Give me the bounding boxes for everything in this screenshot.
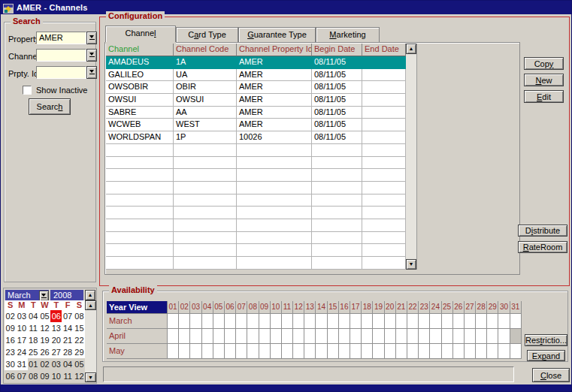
table-row-empty[interactable] [106,182,406,194]
calendar-scrollbar-track[interactable] [85,310,96,372]
calendar-day[interactable]: 01 [28,358,39,370]
calendar-day[interactable]: 08 [28,370,39,382]
table-row[interactable]: WCWEBWESTAMER08/11/05 [106,119,406,131]
availability-cell[interactable] [362,329,373,344]
close-button[interactable]: Close [532,368,570,382]
availability-cell[interactable] [304,329,316,344]
grid-vertical-scrollbar[interactable]: ▲ ▼ [406,44,416,270]
availability-cell[interactable] [350,314,362,329]
availability-cell[interactable] [247,344,259,359]
search-button[interactable]: Search [29,98,71,115]
scroll-down-icon[interactable]: ▼ [406,259,416,270]
calendar-day[interactable]: 03 [50,358,62,370]
calendar-day[interactable]: 08 [74,310,85,322]
availability-cell[interactable] [396,329,407,344]
calendar-day[interactable]: 03 [16,310,27,322]
calendar-day[interactable]: 24 [16,346,27,358]
availability-cell[interactable] [213,314,225,329]
availability-cell[interactable] [202,329,213,344]
availability-cell[interactable] [510,314,522,329]
availability-cell[interactable] [179,344,190,359]
availability-cell[interactable] [236,314,247,329]
calendar-year-spinner-up-icon[interactable]: ▲ [85,290,95,300]
availability-cell[interactable] [350,344,362,359]
new-button[interactable]: New [524,74,564,86]
availability-cell[interactable] [179,314,190,329]
availability-cell[interactable] [373,344,384,359]
availability-cell[interactable] [225,329,236,344]
availability-cell[interactable] [498,344,510,359]
availability-cell[interactable] [350,329,362,344]
calendar-day[interactable]: 09 [39,370,50,382]
table-row-empty[interactable] [106,232,406,245]
table-row[interactable]: WORLDSPAN1P1002608/11/05 [106,131,406,144]
calendar-scrollbar[interactable]: ▲ ▼ [85,300,96,382]
availability-cell[interactable] [476,329,487,344]
calendar-day[interactable]: 19 [39,334,50,346]
scroll-up-icon[interactable]: ▲ [406,44,416,54]
availability-cell[interactable] [202,314,213,329]
calendar-day[interactable]: 15 [74,322,85,334]
availability-cell[interactable] [396,344,407,359]
calendar-day[interactable]: 29 [74,346,85,358]
availability-cell[interactable] [236,344,247,359]
availability-cell[interactable] [213,329,225,344]
calendar-month-dropdown-button[interactable] [39,291,49,301]
availability-cell[interactable] [247,314,259,329]
table-row-empty[interactable] [106,244,406,257]
scroll-down-icon[interactable]: ▼ [85,372,96,382]
availability-cell[interactable] [168,329,179,344]
calendar-day[interactable]: 22 [74,334,85,346]
availability-cell[interactable] [293,329,304,344]
calendar-day[interactable]: 06 [5,370,16,382]
calendar-day[interactable]: 17 [16,334,27,346]
calendar-day[interactable]: 07 [62,310,73,322]
calendar-day[interactable]: 27 [50,346,62,358]
scrollbar-track[interactable] [406,54,416,259]
channel-input[interactable] [36,49,86,62]
availability-cell[interactable] [465,344,476,359]
availability-cell[interactable] [419,314,430,329]
calendar-day[interactable]: 11 [28,322,39,334]
availability-cell[interactable] [430,344,441,359]
calendar-day[interactable]: 12 [39,322,50,334]
availability-cell[interactable] [419,329,430,344]
availability-cell[interactable] [442,344,453,359]
tab-marketing[interactable]: Marketing [316,27,380,42]
availability-cell[interactable] [236,329,247,344]
availability-cell[interactable] [328,344,339,359]
availability-cell[interactable] [487,314,498,329]
availability-cell[interactable] [304,344,316,359]
distribute-button[interactable]: Distribute [518,225,567,237]
availability-cell[interactable] [465,314,476,329]
availability-cell[interactable] [202,344,213,359]
availability-cell[interactable] [179,329,190,344]
availability-cell[interactable] [510,344,522,359]
show-inactive-checkbox[interactable] [23,86,32,95]
availability-cell[interactable] [328,314,339,329]
availability-cell[interactable] [282,329,293,344]
availability-cell[interactable] [168,344,179,359]
availability-cell[interactable] [476,314,487,329]
availability-cell[interactable] [430,314,441,329]
availability-cell[interactable] [385,314,396,329]
availability-cell[interactable] [407,344,419,359]
calendar-day[interactable]: 02 [39,358,50,370]
calendar-day[interactable]: 23 [5,346,16,358]
availability-cell[interactable] [430,329,441,344]
calendar-day[interactable]: 04 [28,310,39,322]
availability-cell[interactable] [190,314,201,329]
calendar-day[interactable]: 16 [5,334,16,346]
availability-cell[interactable] [407,329,419,344]
availability-cell[interactable] [385,344,396,359]
table-row-empty[interactable] [106,257,406,270]
availability-cell[interactable] [271,314,282,329]
table-row-empty[interactable] [106,157,406,170]
scroll-up-icon[interactable]: ▲ [85,300,96,310]
availability-cell[interactable] [453,329,465,344]
prpty-id-input[interactable] [36,66,86,79]
channel-dropdown-button[interactable] [86,49,97,62]
availability-cell[interactable] [339,344,350,359]
tab-channel[interactable]: Channel [105,26,176,42]
table-row[interactable]: OWSOBIROBIRAMER08/11/05 [106,81,406,94]
